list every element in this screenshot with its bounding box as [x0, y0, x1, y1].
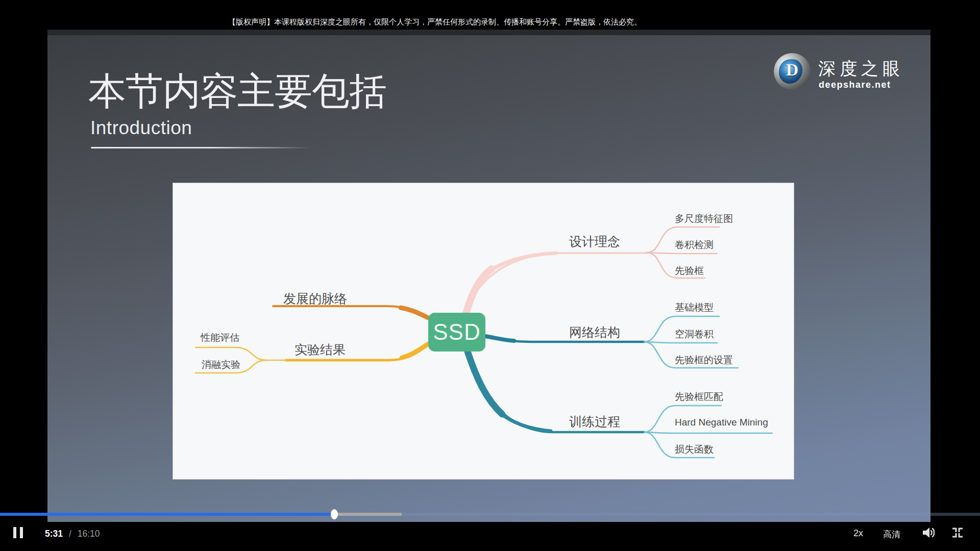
child-label-multiscale-featuremap: 多尺度特征图 [675, 212, 733, 226]
brand-eye-icon: D [774, 53, 811, 90]
total-duration: 16:10 [78, 529, 100, 539]
branch-development-taper [401, 308, 428, 318]
volume-button[interactable] [921, 525, 938, 540]
exit-fullscreen-button[interactable] [951, 527, 964, 539]
branch-label-experiments: 实验结果 [295, 341, 346, 358]
child-label-loss-function: 损失函数 [675, 443, 714, 456]
time-separator: / [69, 529, 71, 539]
branch-network-taper [485, 336, 514, 341]
child-label-dilated-conv: 空洞卷积 [675, 328, 714, 341]
title-underline [91, 147, 311, 148]
child-label-prior-box-matching: 先验框匹配 [675, 390, 723, 404]
child-label-performance-eval: 性能评估 [201, 331, 239, 344]
child-label-base-model: 基础模型 [675, 301, 714, 314]
copyright-notice: 【版权声明】本课程版权归深度之眼所有，仅限个人学习，严禁任何形式的录制、传播和账… [228, 17, 642, 27]
branch-label-network-structure: 网络结构 [569, 324, 620, 341]
pause-button[interactable] [13, 527, 26, 538]
control-bar: 5:31 / 16:10 2x 高清 [0, 516, 980, 551]
brand-name: 深度之眼 [818, 57, 904, 81]
child-hnm-line [644, 432, 772, 433]
quality-button[interactable]: 高清 [883, 529, 900, 540]
volume-icon [921, 525, 938, 540]
child-label-hard-negative-mining: Hard Negative Mining [675, 417, 768, 428]
branch-design-line [466, 253, 647, 314]
current-time: 5:31 [45, 529, 63, 539]
copyright-bar: 【版权声明】本课程版权归深度之眼所有，仅限个人学习，严禁任何形式的录制、传播和账… [0, 0, 980, 30]
brand-logo: D 深度之眼 deepshare.net [774, 53, 942, 114]
exit-fullscreen-icon [951, 527, 964, 539]
slide-title: 本节内容主要包括 [88, 66, 386, 117]
branch-design-taper2 [489, 253, 556, 271]
brand-monogram: D [774, 60, 811, 80]
branch-label-development: 发展的脉络 [283, 290, 347, 307]
child-dilated-line [644, 342, 717, 343]
video-stage[interactable]: 本节内容主要包括 Introduction D 深度之眼 deepshare.n… [47, 30, 930, 522]
mindmap-root-node: SSD [428, 313, 485, 352]
branch-experiments-taper [402, 344, 428, 358]
slide-subtitle: Introduction [90, 117, 192, 139]
child-label-conv-detection: 卷积检测 [675, 238, 714, 252]
brand-url: deepshare.net [819, 80, 891, 90]
time-display: 5:31 / 16:10 [45, 529, 100, 539]
child-label-ablation-study: 消融实验 [202, 358, 240, 371]
mindmap-panel: SSD 发展的脉络 实验结果 性能评估 消融实验 设计理念 多尺度特征图 卷积检… [173, 183, 794, 479]
branch-label-design-concept: 设计理念 [569, 233, 620, 250]
child-label-prior-box-settings: 先验框的设置 [675, 354, 733, 367]
branch-label-training-process: 训练过程 [569, 413, 620, 430]
child-label-prior-box: 先验框 [675, 264, 704, 278]
branch-training-taper1 [468, 352, 502, 414]
pause-icon [13, 527, 26, 538]
branch-design-taper1 [466, 269, 492, 314]
child-convdet-line [647, 253, 717, 254]
playback-speed-button[interactable]: 2x [853, 528, 863, 539]
